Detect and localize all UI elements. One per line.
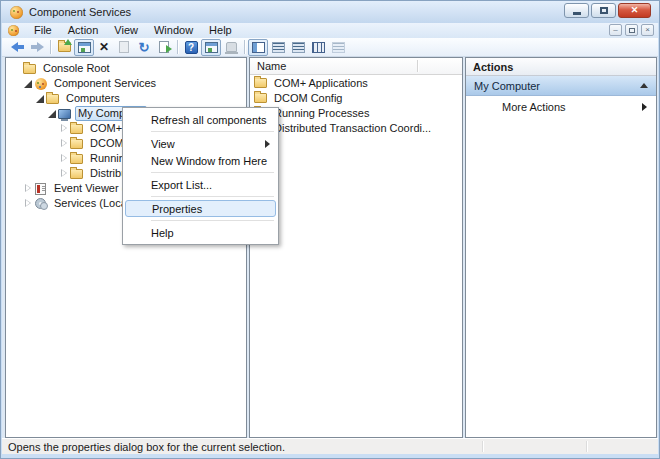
menu-help[interactable]: Help bbox=[201, 23, 240, 38]
menu-action[interactable]: Action bbox=[60, 23, 107, 38]
tree-item-computers[interactable]: Computers bbox=[6, 91, 246, 106]
child-minimize-button[interactable]: – bbox=[609, 24, 622, 36]
com-app-icon-small bbox=[8, 25, 19, 36]
folder-shape bbox=[58, 42, 71, 52]
show-hide-console-tree-icon[interactable] bbox=[74, 39, 94, 56]
folder-icon bbox=[253, 78, 268, 88]
expander-collapsed-icon[interactable] bbox=[58, 153, 69, 164]
forward-icon[interactable] bbox=[27, 39, 47, 56]
extension-rows-view2-icon[interactable] bbox=[288, 39, 308, 56]
green-arrow bbox=[166, 45, 172, 53]
submenu-arrow-icon bbox=[642, 103, 647, 111]
expander-collapsed-icon[interactable] bbox=[22, 183, 33, 194]
menu-view[interactable]: View bbox=[106, 23, 146, 38]
minimize-icon bbox=[573, 12, 581, 15]
expander-collapsed-icon[interactable] bbox=[22, 198, 33, 209]
status-bar: Opens the properties dialog box for the … bbox=[2, 438, 658, 454]
collapse-icon[interactable] bbox=[640, 83, 648, 88]
child-restore-button[interactable] bbox=[625, 24, 638, 36]
menu-separator bbox=[151, 220, 274, 221]
close-button[interactable]: ✕ bbox=[618, 3, 651, 18]
folder-icon bbox=[22, 64, 37, 74]
menu-file[interactable]: File bbox=[26, 23, 60, 38]
com-app-icon bbox=[10, 6, 23, 19]
folder-icon bbox=[69, 139, 84, 149]
toolbar-separator bbox=[177, 40, 178, 54]
tree-item-console-root[interactable]: Console Root bbox=[6, 61, 246, 76]
expander-collapsed-icon[interactable] bbox=[58, 168, 69, 179]
component-services-window: Component Services ✕ File Action View Wi… bbox=[0, 0, 660, 459]
column-header-name: Name bbox=[250, 60, 286, 72]
context-menu-item-new-window-from-here[interactable]: New Window from Here bbox=[125, 152, 276, 169]
menu-separator bbox=[151, 131, 274, 132]
window-controls: ✕ bbox=[564, 3, 651, 18]
toolbar-separator bbox=[244, 40, 245, 54]
doc-shape bbox=[159, 41, 169, 53]
menu-item-label: View bbox=[151, 138, 175, 150]
column-divider[interactable] bbox=[417, 60, 418, 72]
expander-collapsed-icon[interactable] bbox=[58, 138, 69, 149]
extension-rows-view-icon[interactable] bbox=[268, 39, 288, 56]
back-arrow-tail bbox=[18, 45, 24, 49]
status-text: Opens the properties dialog box for the … bbox=[8, 441, 285, 453]
list-item-com-plus-applications[interactable]: COM+ Applications bbox=[250, 76, 462, 90]
status-window-icon[interactable] bbox=[201, 39, 221, 56]
results-list-pane: Name COM+ Applications DCOM Config Runni… bbox=[249, 57, 463, 438]
status-separator bbox=[482, 441, 483, 452]
folder-icon bbox=[45, 94, 60, 104]
maximize-button[interactable] bbox=[591, 3, 616, 18]
actions-pane: Actions My Computer More Actions bbox=[465, 57, 657, 438]
context-menu-item-help[interactable]: Help bbox=[125, 224, 276, 241]
back-icon[interactable] bbox=[7, 39, 27, 56]
expander-expanded-icon[interactable] bbox=[22, 78, 33, 89]
tree-item-component-services[interactable]: Component Services bbox=[6, 76, 246, 91]
tree-label: Console Root bbox=[40, 62, 113, 75]
refresh-icon[interactable]: ↻ bbox=[134, 39, 154, 56]
expander-expanded-icon[interactable] bbox=[34, 93, 45, 104]
context-menu-item-refresh-all-components[interactable]: Refresh all components bbox=[125, 111, 276, 128]
menu-item-label: Refresh all components bbox=[151, 114, 267, 126]
properties-disabled-icon bbox=[114, 39, 134, 56]
list-column-header[interactable]: Name bbox=[250, 58, 462, 75]
window-title: Component Services bbox=[29, 6, 131, 18]
minimize-button[interactable] bbox=[564, 3, 589, 18]
grid-view-icon[interactable] bbox=[308, 39, 328, 56]
menu-item-label: Export List... bbox=[151, 179, 212, 191]
export-list-icon[interactable] bbox=[154, 39, 174, 56]
expander-collapsed-icon[interactable] bbox=[58, 123, 69, 134]
status-separator bbox=[586, 441, 587, 452]
refresh-glyph: ↻ bbox=[139, 41, 150, 54]
list-item-distributed-transaction-coordinator[interactable]: Distributed Transaction Coordi... bbox=[250, 121, 462, 135]
delete-icon[interactable]: ✕ bbox=[94, 39, 114, 56]
menu-window[interactable]: Window bbox=[146, 23, 201, 38]
panel-shape bbox=[252, 42, 265, 53]
actions-pane-title: Actions bbox=[466, 58, 656, 76]
console-tree-toggle-icon[interactable] bbox=[248, 39, 268, 56]
context-menu-item-properties[interactable]: Properties bbox=[125, 200, 276, 217]
folder-up-icon[interactable] bbox=[54, 39, 74, 56]
actions-section-my-computer[interactable]: My Computer bbox=[466, 76, 656, 96]
rows-shape bbox=[272, 42, 285, 53]
list-item-dcom-config[interactable]: DCOM Config bbox=[250, 91, 462, 105]
list-label: Distributed Transaction Coordi... bbox=[271, 122, 434, 135]
list-label: DCOM Config bbox=[271, 92, 345, 105]
menu-separator bbox=[151, 196, 274, 197]
menu-item-label: Help bbox=[151, 227, 174, 239]
titlebar[interactable]: Component Services ✕ bbox=[1, 1, 659, 23]
child-close-button[interactable]: × bbox=[641, 24, 654, 36]
grid-shape bbox=[312, 42, 325, 53]
rows-shape bbox=[292, 42, 305, 53]
event-viewer-icon bbox=[33, 183, 48, 195]
list-label: COM+ Applications bbox=[271, 77, 371, 90]
maximize-icon bbox=[600, 7, 608, 14]
context-menu-item-view[interactable]: View bbox=[125, 135, 276, 152]
menubar: File Action View Window Help – × bbox=[2, 23, 658, 38]
list-item-running-processes[interactable]: Running Processes bbox=[250, 106, 462, 120]
context-menu-item-export-list[interactable]: Export List... bbox=[125, 176, 276, 193]
child-window-controls: – × bbox=[609, 24, 654, 36]
expander-expanded-icon[interactable] bbox=[46, 108, 57, 119]
doc-shape bbox=[119, 41, 129, 53]
help-icon[interactable]: ? bbox=[181, 39, 201, 56]
more-actions-item[interactable]: More Actions bbox=[466, 96, 656, 118]
up-arrow bbox=[64, 39, 72, 45]
